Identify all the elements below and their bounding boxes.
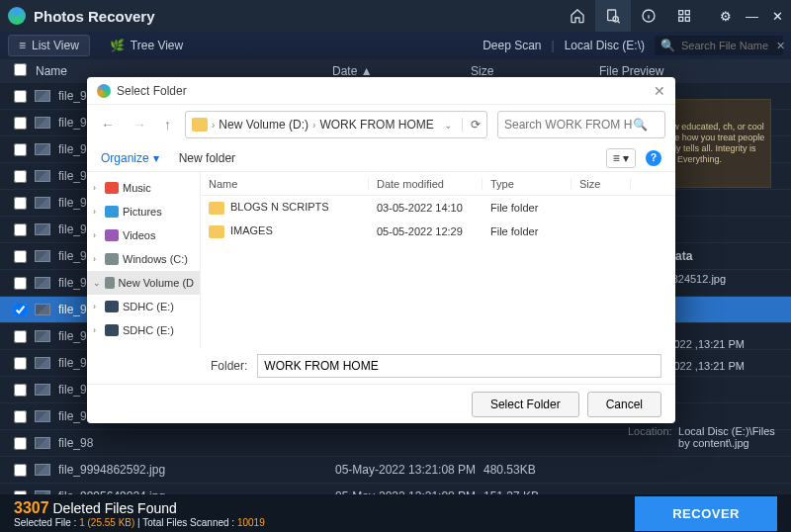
row-checkbox[interactable]	[14, 197, 27, 210]
image-file-icon	[35, 223, 50, 235]
file-row[interactable]: file_9995649024.jpg05-May-2022 13:21:08 …	[0, 484, 791, 494]
select-all-checkbox[interactable]	[14, 63, 27, 76]
fcol-type[interactable]: Type	[483, 178, 571, 190]
image-file-icon	[35, 117, 50, 129]
row-checkbox[interactable]	[14, 117, 27, 130]
svg-rect-6	[685, 17, 689, 21]
tree-item[interactable]: ›Videos	[87, 223, 200, 247]
row-checkbox[interactable]	[14, 437, 27, 450]
row-size: 480.53KB	[483, 463, 602, 477]
new-folder-button[interactable]: New folder	[179, 151, 235, 165]
folder-list: Name Date modified Type Size BLOGS N SCR…	[201, 172, 675, 348]
tree-item-label: Music	[123, 182, 151, 194]
tree-item[interactable]: ›Music	[87, 176, 200, 200]
search-icon: 🔍	[633, 118, 648, 132]
chevron-icon[interactable]: ›	[93, 183, 101, 193]
row-checkbox[interactable]	[14, 250, 27, 263]
view-toolbar: ≡List View 🌿Tree View Deep Scan | Local …	[0, 32, 791, 59]
tree-item-label: Windows (C:)	[123, 253, 188, 265]
search-input[interactable]	[681, 40, 770, 51]
folder-name: BLOGS N SCRIPTS	[230, 201, 329, 213]
tree-item[interactable]: ›Pictures	[87, 200, 200, 223]
row-checkbox[interactable]	[14, 90, 27, 103]
svg-rect-3	[679, 11, 683, 15]
home-icon[interactable]	[560, 0, 595, 32]
breadcrumb[interactable]: › New Volume (D:) › WORK FROM HOME ⌄ ⟳	[185, 111, 487, 138]
file-row[interactable]: file_9994862592.jpg05-May-2022 13:21:08 …	[0, 457, 791, 484]
chevron-icon[interactable]: ›	[93, 254, 101, 264]
image-file-icon	[35, 143, 50, 155]
chevron-icon[interactable]: ›	[93, 302, 101, 311]
chevron-icon[interactable]: ›	[93, 230, 101, 240]
row-checkbox[interactable]	[14, 143, 27, 156]
minimize-icon[interactable]: —	[746, 9, 758, 24]
tree-item[interactable]: ⌄New Volume (D	[87, 271, 200, 295]
info-icon[interactable]	[631, 0, 666, 32]
fcol-name[interactable]: Name	[201, 178, 369, 190]
tree-view-button[interactable]: 🌿Tree View	[100, 36, 193, 55]
chevron-down-icon: ▾	[153, 151, 159, 165]
chevron-right-icon: ›	[212, 120, 215, 131]
nav-forward-icon[interactable]: →	[129, 113, 150, 136]
col-size[interactable]: Size	[471, 64, 599, 78]
col-name[interactable]: Name	[36, 64, 332, 78]
image-file-icon	[35, 330, 50, 342]
svg-rect-4	[685, 11, 689, 15]
nav-back-icon[interactable]: ←	[97, 113, 119, 136]
chevron-icon[interactable]: ›	[93, 207, 101, 217]
view-mode-button[interactable]: ≡ ▾	[606, 148, 636, 168]
crumb-drive[interactable]: New Volume (D:)	[219, 118, 308, 132]
dialog-search-box[interactable]: 🔍	[497, 111, 665, 138]
tree-item[interactable]: ›SDHC (E:)	[87, 318, 200, 342]
col-date[interactable]: Date ▲	[332, 64, 471, 78]
close-icon[interactable]: ✕	[772, 9, 783, 24]
row-date: 05-May-2022 13:21:08 PM	[335, 463, 483, 477]
search-doc-icon[interactable]	[595, 0, 631, 32]
cancel-button[interactable]: Cancel	[587, 392, 661, 417]
folder-row[interactable]: BLOGS N SCRIPTS03-05-2022 14:10File fold…	[201, 196, 675, 220]
search-box[interactable]: 🔍 ✕	[655, 36, 783, 55]
chevron-icon[interactable]: ⌄	[93, 278, 101, 288]
image-file-icon	[35, 384, 50, 396]
folder-type: File folder	[483, 225, 571, 237]
tree-item[interactable]: ›Windows (C:)	[87, 247, 200, 271]
row-checkbox[interactable]	[14, 464, 27, 477]
fcol-size[interactable]: Size	[571, 178, 631, 190]
folder-input[interactable]	[257, 354, 661, 378]
organize-button[interactable]: Organize▾	[101, 151, 159, 165]
help-icon[interactable]: ?	[646, 150, 661, 166]
chevron-icon[interactable]: ›	[93, 325, 101, 335]
row-checkbox[interactable]	[14, 277, 27, 290]
dialog-search-input[interactable]	[504, 118, 633, 132]
clear-search-icon[interactable]: ✕	[776, 40, 785, 52]
row-checkbox[interactable]	[14, 170, 27, 183]
refresh-icon[interactable]: ⟳	[462, 118, 481, 132]
list-view-button[interactable]: ≡List View	[8, 35, 90, 56]
app-title: Photos Recovery	[34, 8, 560, 25]
tree-item-label: Pictures	[123, 206, 162, 218]
dialog-title: Select Folder	[117, 84, 654, 98]
fcol-date[interactable]: Date modified	[369, 178, 483, 190]
nav-up-icon[interactable]: ↑	[160, 113, 175, 136]
row-checkbox[interactable]	[14, 384, 27, 397]
chevron-down-icon[interactable]: ⌄	[444, 120, 452, 131]
footer-sub: Selected File : 1 (25.55 KB) | Total Fil…	[14, 517, 265, 528]
select-folder-button[interactable]: Select Folder	[472, 392, 579, 417]
recover-button[interactable]: RECOVER	[635, 496, 777, 531]
image-file-icon	[35, 250, 50, 262]
meta-loc-value: Local Disc (E:)\Files by content\.jpg	[678, 425, 781, 449]
folder-row[interactable]: IMAGES05-05-2022 12:29File folder	[201, 220, 675, 243]
dialog-close-icon[interactable]: ✕	[654, 83, 665, 99]
folder-type: File folder	[483, 202, 571, 214]
settings-icon[interactable]: ⚙	[720, 9, 732, 24]
nav-tree: ›Music›Pictures›Videos›Windows (C:)⌄New …	[87, 172, 201, 348]
row-checkbox[interactable]	[14, 410, 27, 423]
row-checkbox[interactable]	[14, 357, 27, 370]
row-checkbox[interactable]	[14, 304, 27, 316]
crumb-folder[interactable]: WORK FROM HOME	[319, 118, 433, 132]
row-checkbox[interactable]	[14, 330, 27, 343]
tree-item-label: Videos	[123, 229, 155, 241]
tree-item[interactable]: ›SDHC (E:)	[87, 295, 200, 318]
grid-icon[interactable]	[666, 0, 702, 32]
row-checkbox[interactable]	[14, 223, 27, 236]
